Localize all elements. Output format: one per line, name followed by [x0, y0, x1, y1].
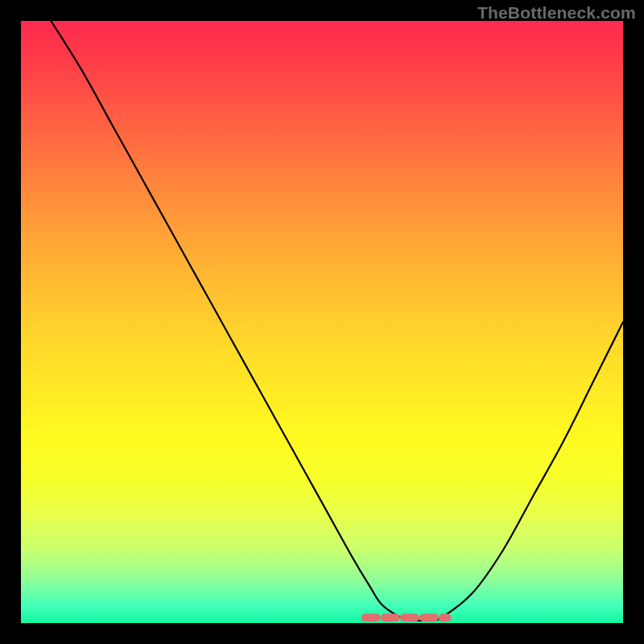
chart-frame: TheBottleneck.com — [0, 0, 644, 644]
watermark-text: TheBottleneck.com — [477, 3, 636, 23]
plot-area — [21, 21, 623, 623]
bottleneck-curve — [51, 21, 623, 621]
curve-layer — [21, 21, 623, 623]
